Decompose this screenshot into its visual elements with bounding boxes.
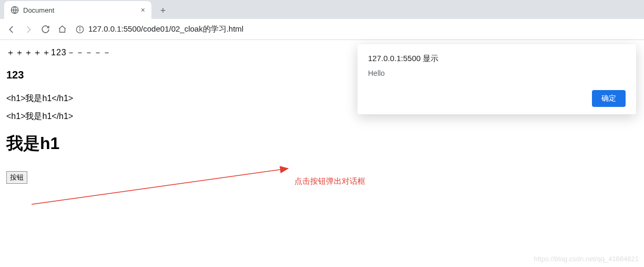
new-tab-button[interactable]: + xyxy=(156,3,170,18)
alert-message: Hello xyxy=(368,69,626,77)
alert-title: 127.0.0.1:5500 显示 xyxy=(368,54,626,64)
tab-title: Document xyxy=(23,6,137,14)
close-tab-icon[interactable]: × xyxy=(141,6,145,14)
alert-actions: 确定 xyxy=(368,90,626,107)
globe-icon xyxy=(11,6,19,14)
reload-button[interactable] xyxy=(38,22,53,37)
home-button[interactable] xyxy=(55,22,69,37)
annotation-text: 点击按钮弹出对话框 xyxy=(294,176,365,186)
browser-tab[interactable]: Document × xyxy=(4,1,151,19)
watermark: https://blog.csdn.net/qq_41684621 xyxy=(534,255,639,263)
tab-bar: Document × + xyxy=(0,0,644,19)
rendered-h1: 我是h1 xyxy=(6,132,638,155)
url-text: 127.0.0.1:5500/code01/02_cloak的学习.html xyxy=(88,24,243,34)
svg-point-3 xyxy=(79,27,80,28)
site-info-icon[interactable] xyxy=(76,25,84,34)
forward-button[interactable] xyxy=(21,22,36,37)
back-button[interactable] xyxy=(4,22,19,37)
toolbar: 127.0.0.1:5500/code01/02_cloak的学习.html xyxy=(0,19,644,40)
alert-dialog: 127.0.0.1:5500 显示 Hello 确定 xyxy=(357,44,636,114)
trigger-button[interactable]: 按钮 xyxy=(6,171,27,184)
alert-ok-button[interactable]: 确定 xyxy=(592,90,626,107)
address-bar[interactable]: 127.0.0.1:5500/code01/02_cloak的学习.html xyxy=(76,24,243,34)
